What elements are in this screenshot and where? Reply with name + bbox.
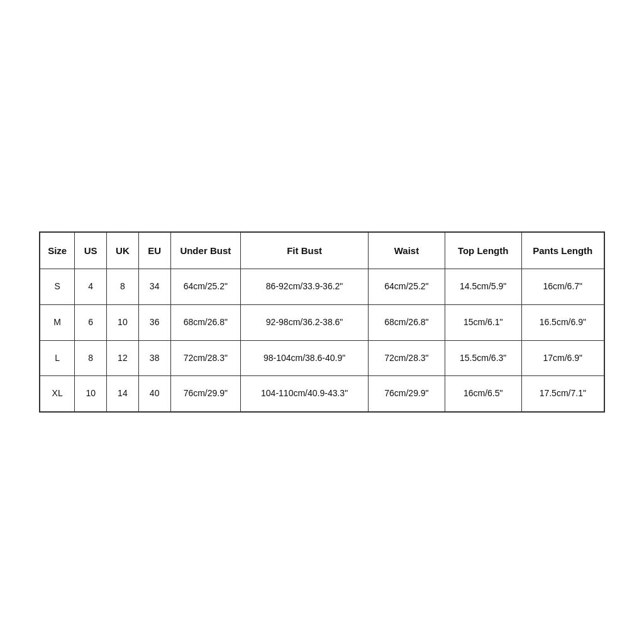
cell-fitbust-0: 86-92cm/33.9-36.2" [241,269,369,305]
cell-us-2: 8 [75,340,107,376]
cell-us-1: 6 [75,304,107,340]
cell-us-3: 10 [75,376,107,412]
cell-underbust-1: 68cm/26.8" [170,304,241,340]
header-fitbust: Fit Bust [241,232,369,269]
cell-underbust-0: 64cm/25.2" [170,269,241,305]
cell-uk-3: 14 [107,376,139,412]
cell-fitbust-2: 98-104cm/38.6-40.9" [241,340,369,376]
header-waist: Waist [369,232,445,269]
cell-eu-2: 38 [138,340,170,376]
header-eu: EU [138,232,170,269]
table-row: M6103668cm/26.8"92-98cm/36.2-38.6"68cm/2… [40,304,604,340]
header-underbust: Under Bust [170,232,241,269]
cell-toplength-0: 14.5cm/5.9" [445,269,521,305]
cell-uk-1: 10 [107,304,139,340]
cell-underbust-2: 72cm/28.3" [170,340,241,376]
cell-pantslength-0: 16cm/6.7" [521,269,604,305]
cell-fitbust-3: 104-110cm/40.9-43.3" [241,376,369,412]
cell-fitbust-1: 92-98cm/36.2-38.6" [241,304,369,340]
size-chart-table: Size US UK EU Under Bust Fit Bust Waist … [39,231,605,412]
table-row: XL10144076cm/29.9"104-110cm/40.9-43.3"76… [40,376,604,412]
header-us: US [75,232,107,269]
size-chart-container: Size US UK EU Under Bust Fit Bust Waist … [39,231,605,412]
cell-waist-1: 68cm/26.8" [369,304,445,340]
cell-pantslength-1: 16.5cm/6.9" [521,304,604,340]
cell-pantslength-3: 17.5cm/7.1" [521,376,604,412]
cell-eu-1: 36 [138,304,170,340]
cell-underbust-3: 76cm/29.9" [170,376,241,412]
cell-size-0: S [40,269,75,305]
header-toplength: Top Length [445,232,521,269]
table-row: L8123872cm/28.3"98-104cm/38.6-40.9"72cm/… [40,340,604,376]
cell-eu-3: 40 [138,376,170,412]
cell-size-3: XL [40,376,75,412]
cell-waist-0: 64cm/25.2" [369,269,445,305]
cell-pantslength-2: 17cm/6.9" [521,340,604,376]
cell-toplength-2: 15.5cm/6.3" [445,340,521,376]
cell-size-2: L [40,340,75,376]
header-uk: UK [107,232,139,269]
header-pantslength: Pants Length [521,232,604,269]
cell-eu-0: 34 [138,269,170,305]
cell-size-1: M [40,304,75,340]
cell-toplength-1: 15cm/6.1" [445,304,521,340]
table-row: S483464cm/25.2"86-92cm/33.9-36.2"64cm/25… [40,269,604,305]
header-size: Size [40,232,75,269]
cell-toplength-3: 16cm/6.5" [445,376,521,412]
cell-uk-0: 8 [107,269,139,305]
cell-us-0: 4 [75,269,107,305]
table-header-row: Size US UK EU Under Bust Fit Bust Waist … [40,232,604,269]
cell-waist-2: 72cm/28.3" [369,340,445,376]
cell-uk-2: 12 [107,340,139,376]
cell-waist-3: 76cm/29.9" [369,376,445,412]
